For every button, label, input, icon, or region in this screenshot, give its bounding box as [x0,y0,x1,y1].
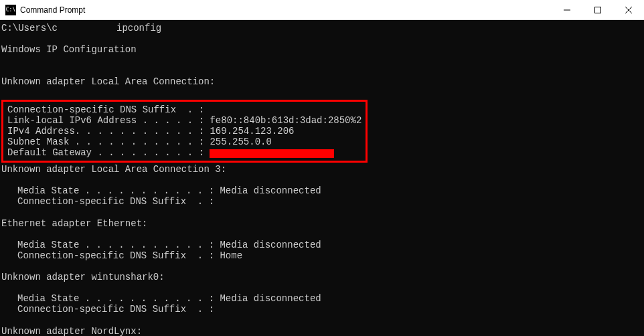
config-label: Subnet Mask . . . . . . . . . . . : [7,137,210,147]
prompt-line: C:\Users\cipconfig [1,23,643,33]
config-line: Link-local IPv6 Address . . . . . : fe80… [7,115,361,126]
window-titlebar: C:\ Command Prompt [0,0,644,20]
config-line: Subnet Mask . . . . . . . . . . . : 255.… [7,137,272,147]
config-line: Connection-specific DNS Suffix . : [1,304,643,315]
config-value: Media disconnected [220,240,321,250]
window-controls [552,0,644,19]
config-label: IPv4 Address. . . . . . . . . . . : [7,126,210,137]
adapter-title: Unknown adapter NordLynx: [1,326,142,336]
config-label: Connection-specific DNS Suffix . : [17,196,220,207]
close-button[interactable] [613,0,644,19]
window-title: Command Prompt [20,5,552,15]
config-value: fe80::840b:613d:3dad:2850%2 [210,115,361,126]
prompt-path: C:\Users\c [1,23,58,33]
config-label: Media State . . . . . . . . . . . : [17,293,220,304]
redacted-gateway [210,149,334,158]
ipconfig-header: Windows IP Configuration [1,44,137,55]
config-line: IPv4 Address. . . . . . . . . . . : 169.… [7,126,294,137]
cmd-icon: C:\ [5,5,16,15]
config-label: Connection-specific DNS Suffix . : [17,250,220,261]
command-text: ipconfig [116,23,161,33]
config-line: Media State . . . . . . . . . . . : Medi… [1,293,643,304]
redacted-username [58,23,116,33]
config-label: Connection-specific DNS Suffix . : [7,104,210,115]
config-label: Media State . . . . . . . . . . . : [17,240,220,250]
config-line: Connection-specific DNS Suffix . : [1,196,643,207]
terminal-output[interactable]: C:\Users\cipconfig Windows IP Configurat… [0,20,644,336]
config-label: Link-local IPv6 Address . . . . . : [7,115,210,126]
config-value: Media disconnected [220,293,321,304]
config-line: Connection-specific DNS Suffix . : [7,104,210,115]
highlight-box: Connection-specific DNS Suffix . : Link-… [1,100,368,163]
config-label: Connection-specific DNS Suffix . : [17,304,220,315]
adapter-title: Unknown adapter Local Area Connection 3: [1,164,226,175]
config-line: Media State . . . . . . . . . . . : Medi… [1,240,643,250]
adapter-title: Unknown adapter Local Area Connection: [1,76,215,87]
adapter-title: Ethernet adapter Ethernet: [1,218,147,229]
config-label: Media State . . . . . . . . . . . : [17,185,220,196]
config-value: 255.255.0.0 [210,137,271,147]
config-value: 169.254.123.206 [210,126,294,137]
svg-rect-1 [595,7,601,13]
config-line: Connection-specific DNS Suffix . : Home [1,250,643,261]
adapter-title: Unknown adapter wintunshark0: [1,272,165,282]
config-value: Media disconnected [220,185,321,196]
config-line: Media State . . . . . . . . . . . : Medi… [1,185,643,196]
config-label: Default Gateway . . . . . . . . . : [7,147,210,158]
minimize-button[interactable] [552,0,582,19]
maximize-button[interactable] [582,0,613,19]
config-line: Default Gateway . . . . . . . . . : [7,147,334,158]
config-value: Home [220,250,242,261]
